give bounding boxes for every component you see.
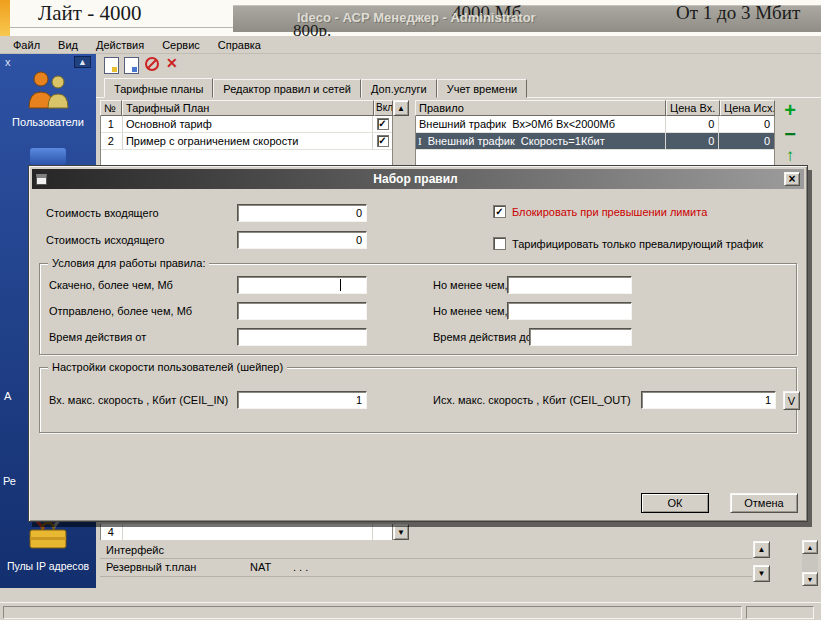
sidebar-item-users[interactable]: Пользователи [0,70,96,132]
remove-rule-button[interactable]: − [781,124,799,144]
table-row[interactable]: 1 Основной тариф ✓ [101,116,392,133]
background-row-divider [10,27,233,28]
add-rule-button[interactable]: + [781,100,799,120]
delete-icon[interactable]: ✕ [166,55,178,71]
table-row-selected[interactable]: IВнешний трафик Скорость=1Кбит 0 0 [416,133,774,150]
rules-header-price-in[interactable]: Цена Вх. [666,100,720,116]
reserve-plan-browse-button[interactable]: . . . [293,561,308,573]
background-tariff-name: Лайт - 4000 [38,1,141,26]
plans-header-enabled[interactable]: Вкл [374,100,393,116]
plan-enabled-checkbox[interactable]: ✓ [377,135,389,147]
plans-header-num[interactable]: № [100,100,122,116]
cost-out-label: Стоимость исходящего [46,234,164,246]
plan-enabled-cell: ✓ [373,133,392,149]
rules-table-body: Внешний трафик Вх>0Мб Вх<2000Мб 0 0 IВне… [415,116,775,165]
menu-view[interactable]: Вид [49,37,87,53]
upload-less-field[interactable] [507,302,632,320]
downloaded-field[interactable] [237,276,367,294]
plan-enabled-checkbox[interactable]: ✓ [377,118,389,130]
tab-tariff-plans[interactable]: Тарифные планы [104,78,213,98]
dialog-titlebar[interactable]: Набор правил × [32,169,804,189]
sidebar-partial-icon[interactable] [30,148,66,165]
download-less-field[interactable] [507,276,632,294]
time-from-label: Время действия от [49,331,146,343]
text-caret [340,279,341,291]
table-row[interactable]: 2 Пример с ограничением скорости ✓ [101,133,392,150]
plans-table-bottom-row[interactable]: 4 [100,524,393,540]
plan-name: Основной тариф [123,116,373,132]
new-rule-icon[interactable] [104,57,119,74]
ceil-out-field[interactable]: 1 [641,391,776,409]
check-icon: ✓ [378,136,386,146]
ok-button[interactable]: ОК [641,493,709,513]
background-page-strip: Лайт - 4000 800р. 4000 Мб От 1 до 3 Мбит… [0,0,821,36]
status-panel [3,606,742,619]
shaper-v-button[interactable]: V [783,391,800,410]
reserve-plan-row[interactable]: Резервный т.план NAT . . . [100,558,752,577]
plans-table-body: 1 Основной тариф ✓ 2 Пример с ограничени… [100,116,393,165]
plan-num: 4 [101,524,123,540]
rule-price-in: 0 [666,116,720,132]
cost-out-field[interactable]: 0 [237,231,367,249]
menu-bar: Файл Вид Действия Сервис Справка [0,36,821,54]
plan-num: 1 [101,116,123,132]
rules-header-rule[interactable]: Правило [415,100,666,116]
interface-row[interactable]: Интерфейс [100,541,752,559]
tab-rules-editor[interactable]: Редактор правил и сетей [213,79,361,98]
rule-price-out: 0 [719,116,774,132]
menu-actions[interactable]: Действия [87,37,153,53]
sidebar-item-partial-2[interactable]: Ре [3,475,16,487]
time-to-label: Время действия до [433,331,532,343]
menu-file[interactable]: Файл [4,37,49,53]
screen: Лайт - 4000 800р. 4000 Мб От 1 до 3 Мбит… [0,0,821,620]
uploaded-field[interactable] [237,302,367,320]
tab-extra-services[interactable]: Доп.услуги [361,79,437,98]
props-scroll-down-icon[interactable]: ▼ [753,565,770,582]
plans-scroll-down-icon[interactable]: ▼ [393,524,409,540]
background-speed: От 1 до 3 Мбит [676,2,800,24]
table-row[interactable]: 4 [101,524,392,540]
window-title: Ideco - АСР Менеджер - Administrator [297,10,536,25]
prevailing-traffic-checkbox[interactable] [493,237,506,250]
text-cursor-icon: I [418,135,422,147]
sidebar-item-users-label: Пользователи [0,116,96,128]
sidebar-scroll-up-icon[interactable]: ▲ [74,56,91,68]
cancel-button[interactable]: Отмена [730,493,798,513]
plans-scroll-up-icon[interactable]: ▲ [393,100,409,116]
toolbar: ✕ [96,54,821,76]
sidebar-close-icon[interactable]: х [5,56,11,68]
props-scroll-up-icon[interactable]: ▲ [753,541,770,558]
plans-header-name[interactable]: Тарифный План [122,100,374,116]
dialog-close-icon[interactable]: × [784,172,800,186]
sidebar-item-ip-pools[interactable]: Пулы IP адресов [0,514,96,580]
cost-in-label: Стоимость входящего [46,207,159,219]
rules-header-price-out[interactable]: Цена Исх. [720,100,775,116]
block-limit-label: Блокировать при превышении лимита [512,206,707,218]
rule-price-in: 0 [666,133,720,149]
copy-rule-icon[interactable] [124,57,139,74]
cost-in-field[interactable]: 0 [237,204,367,222]
right-scroll-down-icon[interactable]: ▼ [802,572,818,586]
right-scrollbar[interactable]: ▲ ▼ [802,540,818,586]
time-to-field[interactable] [529,328,632,346]
ceil-in-label: Вх. макс. скорость , Кбит (CEIL_IN) [49,394,228,406]
sidebar-item-partial-1[interactable]: А [4,390,11,402]
rule-price-out: 0 [719,133,774,149]
downloaded-label: Скачено, более чем, Мб [49,279,173,291]
sidebar-item-ip-pools-label: Пулы IP адресов [0,560,96,572]
time-from-field[interactable] [237,328,367,346]
menu-help[interactable]: Справка [209,37,270,53]
move-rule-up-button[interactable]: ↑ [781,146,799,166]
plan-enabled-cell [373,524,392,540]
uploaded-label: Отправлено, более чем, Мб [49,305,192,317]
block-icon[interactable] [144,56,160,72]
table-row[interactable]: Внешний трафик Вх>0Мб Вх<2000Мб 0 0 [416,116,774,133]
status-bar [0,602,821,620]
menu-service[interactable]: Сервис [153,37,209,53]
ceil-out-label: Исх. макс. скорость , Кбит (CEIL_OUT) [433,394,631,406]
tab-time-accounting[interactable]: Учет времени [437,79,528,98]
reserve-plan-label: Резервный т.план [100,561,196,573]
block-limit-checkbox[interactable]: ✓ [493,205,506,218]
ceil-in-field[interactable]: 1 [237,391,367,409]
right-scroll-up-icon[interactable]: ▲ [802,540,818,554]
